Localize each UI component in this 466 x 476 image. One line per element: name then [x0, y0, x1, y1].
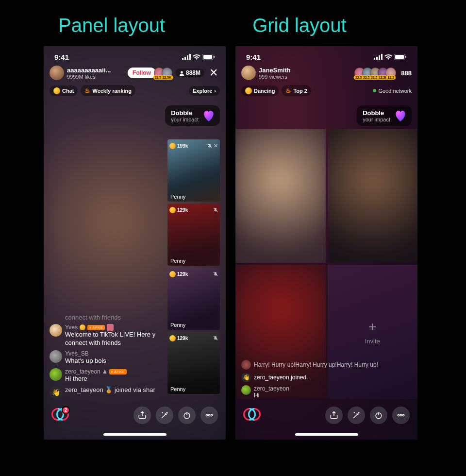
more-button[interactable]: [392, 407, 410, 424]
mute-icon[interactable]: [213, 205, 218, 214]
home-indicator[interactable]: [103, 433, 166, 436]
close-button[interactable]: ✕: [207, 67, 220, 79]
flame-icon: ♨: [285, 87, 291, 94]
title-grid: Grid layout: [252, 15, 346, 36]
host-avatar[interactable]: [241, 66, 256, 80]
mute-icon[interactable]: [207, 141, 212, 150]
follow-button[interactable]: Follow: [128, 68, 156, 78]
promo-banner[interactable]: Dobble your impact: [357, 105, 412, 126]
guest-name: Penny: [170, 258, 185, 264]
more-button[interactable]: [200, 407, 218, 424]
svg-rect-3: [189, 54, 191, 60]
promo-banner[interactable]: Dobble your impact: [165, 105, 220, 126]
chat-message[interactable]: Yves ♦ AFKE Welcome to TikTok LIVE! Here…: [50, 324, 163, 347]
coin-badge-icon: [80, 324, 85, 330]
svg-rect-21: [374, 58, 375, 60]
guest-panel[interactable]: 129k Penny: [167, 332, 220, 394]
chat-avatar: [241, 360, 251, 370]
viewer-avatar[interactable]: 22.5K: [162, 68, 172, 78]
guest-panel[interactable]: 129k Penny: [167, 204, 220, 266]
guest-panel[interactable]: 129k Penny: [167, 268, 220, 330]
home-indicator[interactable]: [295, 433, 358, 436]
svg-point-30: [398, 414, 399, 416]
effects-button[interactable]: [348, 407, 365, 424]
svg-rect-6: [214, 56, 215, 58]
battery-icon: [394, 54, 407, 60]
invite-label: Invite: [365, 338, 380, 345]
promo-title: Dobble: [363, 109, 390, 117]
wand-icon: [160, 410, 169, 420]
status-bar: 9:41: [44, 46, 226, 63]
host-username[interactable]: JaneSmith: [259, 67, 356, 74]
svg-rect-26: [395, 55, 404, 59]
wifi-icon: [193, 54, 200, 60]
gift-badge-icon: [107, 324, 114, 331]
heart-icon: [201, 108, 216, 123]
category-chip[interactable]: Dancing: [241, 85, 279, 96]
heart-icon: [393, 108, 408, 123]
chat-chip[interactable]: Chat: [50, 85, 78, 96]
chat-username: zero_taeyeon: [254, 385, 289, 392]
chips-row: Dancing ♨ Top 2 Good network: [235, 83, 417, 98]
guest-tile[interactable]: [328, 129, 418, 263]
chat-system-text: Harry! Hurry up!Harry! Hurry up!Harry! H…: [254, 361, 378, 368]
guest-panel[interactable]: 199k ✕ Penny: [167, 139, 220, 202]
promo-subtitle: your impact: [171, 117, 199, 122]
guest-tile[interactable]: [235, 129, 326, 263]
afke-badge: ♦ AFKE: [109, 369, 127, 374]
guest-name: Penny: [170, 322, 185, 328]
bottom-toolbar: 2: [44, 407, 226, 424]
svg-rect-1: [184, 57, 186, 60]
share-button[interactable]: [325, 407, 343, 424]
chat-text: Hi there: [65, 375, 163, 383]
bottom-toolbar: [235, 407, 417, 424]
more-icon: [204, 410, 214, 420]
chat-avatar[interactable]: [50, 350, 62, 363]
svg-point-32: [402, 414, 404, 416]
mute-icon[interactable]: [213, 334, 218, 342]
power-button[interactable]: [370, 407, 387, 424]
chat-message[interactable]: Yves_SB What's up bois: [50, 350, 163, 365]
host-avatar[interactable]: [50, 66, 64, 80]
host-username[interactable]: aaaaaaaaaaii...: [67, 67, 125, 74]
ranking-chip[interactable]: ♨ Top 2: [282, 85, 311, 96]
flame-icon: ♨: [84, 87, 90, 94]
viewer-count[interactable]: 888: [401, 69, 412, 77]
coin-icon: [169, 207, 176, 213]
effects-button[interactable]: [156, 407, 173, 424]
guest-panels: 199k ✕ Penny 129k Penny: [167, 139, 220, 394]
share-icon: [137, 410, 147, 420]
chat-avatar[interactable]: [50, 324, 62, 337]
power-button[interactable]: [178, 407, 196, 424]
signal-icon: [182, 54, 191, 60]
svg-rect-2: [187, 55, 188, 60]
chat-message-faded: connect with friends: [50, 314, 163, 321]
title-panel: Panel layout: [58, 15, 165, 36]
chat-message[interactable]: zero_taeyeon ♟ ♦ AFKE Hi there: [50, 368, 163, 383]
power-icon: [374, 410, 383, 420]
multiguest-button[interactable]: [243, 408, 258, 423]
battery-icon: [202, 54, 215, 60]
chat-avatar[interactable]: [50, 368, 62, 381]
wave-icon: 👋: [50, 386, 62, 399]
share-button[interactable]: [133, 407, 151, 424]
wifi-icon: [384, 54, 392, 60]
network-status: Good network: [373, 88, 412, 94]
viewer-count-pill[interactable]: 888M: [175, 68, 204, 77]
panel-close-button[interactable]: ✕: [214, 143, 218, 149]
svg-rect-0: [182, 58, 183, 60]
chat-avatar[interactable]: [241, 385, 251, 395]
live-header: aaaaaaaaaaii... 9999M likes Follow 22.5K…: [44, 63, 226, 83]
svg-rect-5: [203, 55, 212, 59]
viewer-avatar[interactable]: 12.2: [385, 68, 396, 78]
chat-text: Welcome to TikTok LIVE! Here y connect w…: [65, 331, 163, 347]
signal-icon: [374, 54, 383, 60]
chat-message[interactable]: zero_taeyeon Hi: [241, 385, 412, 399]
ranking-chip[interactable]: ♨ Weekly ranking: [81, 85, 135, 96]
explore-chip[interactable]: Explore ›: [189, 86, 220, 96]
chat-joined-text: zero_taeyeon joined.: [254, 374, 308, 381]
chat-joined-message: 👋 zero_taeyeon joined.: [241, 373, 412, 382]
mute-icon[interactable]: [213, 270, 218, 278]
multiguest-button[interactable]: 2: [51, 408, 66, 423]
chat-system-message: Harry! Hurry up!Harry! Hurry up!Harry! H…: [241, 360, 412, 370]
